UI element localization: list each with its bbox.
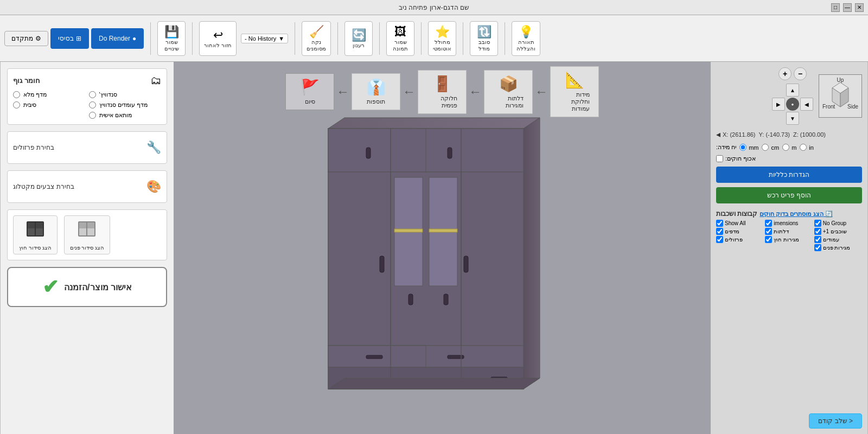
minimize-btn[interactable]: — — [843, 3, 852, 12]
window-controls[interactable]: ✕ — □ — [831, 3, 864, 12]
material-icon: 🗂 — [150, 74, 161, 87]
grid-icon: ⊞ — [76, 35, 81, 42]
interior-icon — [77, 219, 97, 242]
history-dropdown[interactable]: ▼ No History - — [241, 34, 288, 43]
group-no-group[interactable]: No Group — [814, 220, 862, 227]
unit-mm[interactable]: mm — [739, 144, 758, 151]
general-settings-button[interactable]: הגדרות כלליות — [716, 167, 862, 183]
body-material-header: חומר גוף 🗂 — [13, 74, 161, 87]
group-hardware[interactable]: פרזולים — [716, 236, 764, 243]
hardware-section: בחירת פרזולים 🔧 — [7, 131, 167, 164]
nav-right-btn[interactable]: ▶ — [772, 98, 785, 111]
svg-marker-5 — [524, 118, 540, 389]
svg-rect-9 — [366, 148, 371, 158]
approve-button[interactable]: אישור מוצר/הזמנה ✔ — [7, 267, 167, 307]
undo-group: ↩ חזור לאחור — [199, 21, 237, 56]
group-imensions[interactable]: imensions — [765, 220, 813, 227]
svg-rect-39 — [28, 222, 35, 228]
undo-button[interactable]: ↩ חזור לאחור — [199, 21, 237, 56]
clean-button[interactable]: 🧹 נקהמסומנים — [302, 21, 331, 56]
step-doors-drawers[interactable]: 📦 דלתות ומגירות — [484, 70, 533, 114]
inner-division-icon: 🚪 — [433, 75, 452, 93]
save-image-button[interactable]: 🖼 שמורתמונה — [386, 21, 414, 56]
viewport-cube-box[interactable]: Up Front Side — [819, 74, 862, 118]
group-doors[interactable]: דלתות — [765, 228, 813, 235]
auto-fill-group: ⭐ מחוללאוטומטי — [428, 21, 456, 56]
groups-section: קבוצות ושכבות 🔄 הצג מוסתרים בדוק חוקים N… — [716, 210, 862, 251]
left-panel: Up Front Side − + ▲ — [711, 62, 868, 434]
unit-m[interactable]: m — [782, 144, 796, 151]
svg-rect-21 — [464, 256, 468, 272]
group-shelves[interactable]: מדפים — [716, 228, 764, 235]
coords-display: X: (2611.86) Y: (-140.73) Z: (1000.00) — [723, 131, 826, 138]
render-icon: ● — [132, 35, 136, 42]
undo-icon: ↩ — [213, 28, 223, 42]
material-full-shelf[interactable]: מדף מלא — [13, 91, 86, 98]
step-dimensions[interactable]: 📐 מידות וחלוקת עמודות — [550, 66, 599, 117]
step-nav: 🚩 סיום ← 👔 תוספות ← 🚪 חלוקה פנימית ← 📦 ד… — [285, 66, 599, 117]
add-free-print-button[interactable]: הוסף פריט רכש — [716, 187, 862, 203]
material-sibit[interactable]: סיבית — [13, 101, 86, 108]
svg-rect-10 — [448, 148, 452, 158]
cube-face-up: Up — [837, 77, 844, 83]
back-button[interactable]: < שלב קודם — [809, 413, 862, 429]
checkmark-icon: ✔ — [42, 276, 59, 298]
save-changes-button[interactable]: 💾 שמורשינויים — [157, 21, 186, 56]
step-finish[interactable]: 🚩 סיום — [285, 73, 334, 110]
basic-button[interactable]: ⊞ בסיסי — [50, 28, 89, 49]
svg-rect-18 — [409, 294, 413, 305]
material-custom[interactable]: מותאם אישית — [89, 112, 162, 119]
toolbar-sep-6 — [421, 22, 422, 55]
group-show-all[interactable]: Show All — [716, 220, 764, 227]
main-layout: Up Front Side − + ▲ — [0, 62, 868, 434]
close-btn[interactable]: ✕ — [855, 3, 864, 12]
step-add[interactable]: 👔 תוספות — [352, 73, 400, 110]
units-row: יח מידה: mm cm m in — [716, 144, 862, 151]
dropdown-arrow-icon: ▼ — [278, 35, 284, 42]
advanced-button[interactable]: ⚙ מתקדם — [4, 31, 48, 46]
nav-middle-row: ◀ ● ▶ — [772, 98, 813, 111]
lighting-icon: 💡 — [519, 25, 533, 39]
hardware-action[interactable]: בחירת פרזולים 🔧 — [13, 137, 161, 158]
group-internal-drawers[interactable]: מגירות פנים — [814, 244, 862, 251]
unit-cm[interactable]: cm — [762, 144, 779, 151]
render-button[interactable]: ● Do Render — [91, 28, 144, 49]
nav-center[interactable]: ● — [786, 98, 799, 111]
nav-down-btn[interactable]: ▼ — [786, 112, 799, 125]
material-options: סנדוויץ' מדף מלא מדף עומדים סנדוויץ סיבי… — [13, 91, 161, 119]
group-columns[interactable]: עמודים — [814, 236, 862, 243]
unit-in[interactable]: in — [800, 144, 814, 151]
refresh-group: 🔄 רענון — [344, 21, 373, 56]
svg-rect-17 — [429, 229, 457, 232]
maximize-btn[interactable]: □ — [831, 3, 840, 12]
cube-face-side: Side — [847, 104, 858, 110]
dimensions-icon: 📐 — [565, 71, 584, 89]
apply-rules-checkbox[interactable] — [716, 155, 723, 162]
group-external-drawers[interactable]: מגירות חוץ — [765, 236, 813, 243]
auto-fill-button[interactable]: ⭐ מחוללאוטומטי — [428, 21, 456, 56]
exterior-arrange-btn[interactable]: הצג סידור חוץ — [13, 215, 58, 254]
nav-up-btn[interactable]: ▲ — [786, 84, 799, 97]
toolbar-sep-3 — [295, 22, 295, 55]
toolbar-sep-8 — [505, 22, 505, 55]
rotate-group: 🔃 סובבמודל — [470, 21, 498, 56]
wardrobe-svg — [312, 112, 572, 416]
interior-arrange-btn[interactable]: הצג סידור פנים — [64, 215, 111, 254]
zoom-minus-btn[interactable]: − — [794, 67, 807, 80]
material-standing-sandwich[interactable]: מדף עומדים סנדוויץ — [89, 101, 162, 108]
catalog-colors-action[interactable]: בחירת צבעים מקטלוג 🎨 — [13, 176, 161, 197]
nav-left-btn[interactable]: ◀ — [800, 98, 813, 111]
show-hidden-link[interactable]: 🔄 הצג מוסתרים בדוק חוקים — [760, 210, 832, 218]
toolbar-sep-4 — [337, 22, 338, 55]
apply-rules-row: אכוף חוקים: — [716, 155, 862, 162]
lighting-button[interactable]: 💡 תאורהוהצללה — [512, 21, 540, 56]
toolbar-sep-2 — [192, 22, 193, 55]
material-sandwich[interactable]: סנדוויץ' — [89, 91, 162, 98]
toolbar-sep-1 — [150, 22, 151, 55]
refresh-button[interactable]: 🔄 רענון — [344, 21, 373, 56]
hardware-icon: 🔧 — [146, 141, 161, 155]
zoom-plus-btn[interactable]: + — [778, 67, 792, 80]
step-inner-division[interactable]: 🚪 חלוקה פנימית — [418, 70, 467, 114]
rotate-button[interactable]: 🔃 סובבמודל — [470, 21, 498, 56]
group-shovavim[interactable]: שוכבים 1+ — [814, 228, 862, 235]
